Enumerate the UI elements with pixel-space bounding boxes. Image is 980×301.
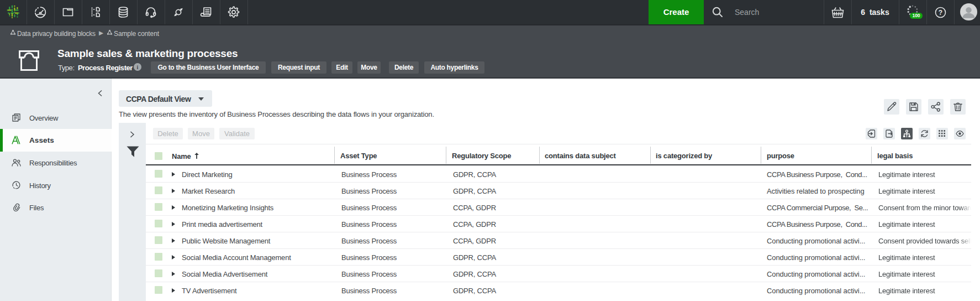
svg-text:i: i	[137, 64, 139, 70]
svg-text:?: ?	[939, 9, 942, 17]
